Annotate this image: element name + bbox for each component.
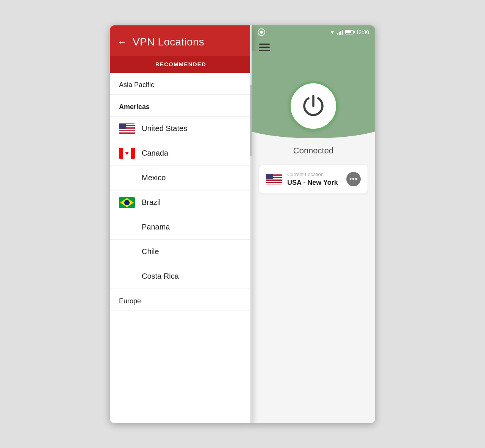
country-name-mx: Mexico bbox=[142, 173, 166, 182]
flag-us-card bbox=[266, 174, 282, 184]
flag-cr bbox=[119, 271, 135, 282]
device-wrapper: ← VPN Locations RECOMMENDED Asia Pacific… bbox=[110, 25, 375, 423]
more-dots-icon: ••• bbox=[349, 176, 358, 183]
more-options-button[interactable]: ••• bbox=[346, 172, 361, 186]
region-header-americas[interactable]: Americas bbox=[110, 95, 252, 117]
battery-fill bbox=[346, 31, 351, 33]
region-header-asia-pacific[interactable]: Asia Pacific bbox=[110, 73, 252, 95]
flag-mx bbox=[119, 173, 135, 183]
status-left bbox=[258, 28, 265, 36]
flag-us bbox=[119, 123, 135, 134]
app-content: Connected Current Location USA - New Yor… bbox=[252, 127, 375, 423]
flag-br bbox=[119, 197, 135, 208]
flag-br-circle bbox=[124, 200, 130, 205]
country-name-ca: Canada bbox=[142, 149, 168, 158]
wifi-icon: ▼ bbox=[330, 29, 335, 35]
country-item-us[interactable]: United States bbox=[110, 117, 252, 141]
country-name-cr: Costa Rica bbox=[142, 272, 179, 281]
power-icon bbox=[300, 93, 327, 119]
status-bar: ▼ 12:30 bbox=[252, 25, 375, 39]
right-panel: ▼ 12:30 bbox=[252, 25, 375, 423]
location-info: Current Location USA - New York bbox=[287, 172, 341, 187]
country-name-us: United States bbox=[142, 124, 187, 133]
left-panel: ← VPN Locations RECOMMENDED Asia Pacific… bbox=[110, 25, 252, 423]
flag-ca: ♥ bbox=[119, 148, 135, 159]
location-list: Asia Pacific Americas United States ♥ Ca… bbox=[110, 73, 252, 423]
signal-bar-2 bbox=[339, 32, 340, 35]
connected-text: Connected bbox=[293, 146, 333, 156]
header-top: ← VPN Locations bbox=[110, 25, 252, 56]
hamburger-menu[interactable] bbox=[259, 44, 270, 51]
country-item-br[interactable]: Brazil bbox=[110, 190, 252, 215]
flag-card-us bbox=[266, 174, 282, 184]
signal-bar-1 bbox=[337, 33, 338, 35]
left-header: ← VPN Locations RECOMMENDED bbox=[110, 25, 252, 73]
maple-leaf-icon: ♥ bbox=[125, 150, 129, 157]
country-item-pa[interactable]: Panama bbox=[110, 215, 252, 240]
country-item-cl[interactable]: Chile bbox=[110, 240, 252, 264]
region-header-europe[interactable]: Europe bbox=[110, 289, 252, 311]
ham-line-1 bbox=[259, 44, 270, 45]
signal-bars bbox=[337, 30, 343, 35]
country-name-pa: Panama bbox=[142, 223, 170, 231]
app-header bbox=[252, 39, 375, 51]
location-card: Current Location USA - New York ••• bbox=[259, 165, 368, 194]
battery-icon bbox=[345, 30, 354, 34]
country-item-mx[interactable]: Mexico bbox=[110, 166, 252, 190]
back-button[interactable]: ← bbox=[117, 37, 127, 47]
power-button[interactable] bbox=[289, 81, 338, 131]
signal-bar-4 bbox=[342, 30, 343, 35]
status-time: 12:30 bbox=[356, 29, 369, 35]
page-title: VPN Locations bbox=[133, 36, 204, 48]
vpn-status-icon bbox=[258, 28, 265, 36]
status-right: ▼ 12:30 bbox=[330, 29, 369, 35]
ham-line-2 bbox=[259, 47, 270, 48]
country-item-ca[interactable]: ♥ Canada bbox=[110, 141, 252, 166]
flag-cl bbox=[119, 247, 135, 257]
signal-bar-3 bbox=[340, 31, 341, 35]
country-item-cr[interactable]: Costa Rica bbox=[110, 264, 252, 289]
power-button-container bbox=[289, 81, 338, 131]
country-name-br: Brazil bbox=[142, 198, 161, 207]
current-location-label: Current Location bbox=[287, 172, 341, 177]
vpn-icon-inner bbox=[260, 31, 263, 34]
recommended-bar[interactable]: RECOMMENDED bbox=[110, 56, 252, 73]
flag-pa bbox=[119, 222, 135, 233]
location-name: USA - New York bbox=[287, 179, 341, 187]
country-name-cl: Chile bbox=[142, 247, 159, 256]
